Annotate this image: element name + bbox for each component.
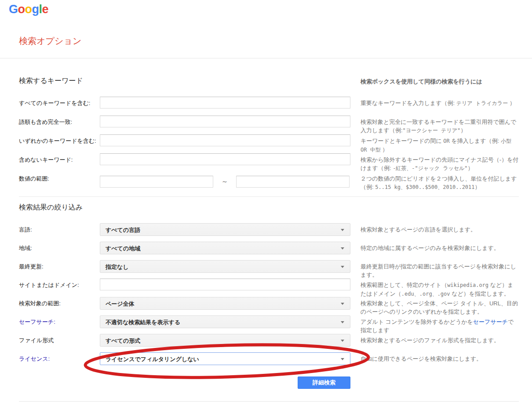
field-label-region: 地域: <box>19 242 100 260</box>
number-range-to-input[interactable] <box>236 176 350 188</box>
field-label-language: 言語: <box>19 223 100 242</box>
footer-divider <box>19 401 519 402</box>
advanced-search-button[interactable]: 詳細検索 <box>298 377 350 389</box>
section-divider <box>19 196 519 197</box>
main-content: 検索するキーワード 検索ボックスを使用して同様の検索を行うには すべてのキーワー… <box>0 76 532 402</box>
exact-phrase-input[interactable] <box>100 116 350 127</box>
safesearch-select-value: 不適切な検索結果を表示する <box>100 316 350 326</box>
none-keywords-input[interactable] <box>100 153 350 165</box>
dropdown-arrow-icon <box>341 358 344 360</box>
help-plain-text: キーワードとキーワードの間に <box>361 138 443 144</box>
help-example-text: テリア トライカラー <box>456 100 508 106</box>
google-logo: Google <box>9 3 48 16</box>
help-plain-text: を挿入します（例: <box>450 138 501 144</box>
dropdown-arrow-icon <box>341 266 344 268</box>
help-plain-text: など）を指定します。 <box>450 290 510 297</box>
dropdown-arrow-icon <box>341 247 344 250</box>
help-example-text: -紅茶、-"ジャック ラッセル" <box>393 165 467 171</box>
help-text-region: 特定の地域に属するページのみを検索対象にします。 <box>361 242 519 260</box>
help-text-all-keywords: 重要なキーワードを入力します（例: テリア トライカラー ） <box>361 97 519 116</box>
filetype-select[interactable]: すべての形式 <box>100 334 350 347</box>
form-row-none-keywords: 含めないキーワード: 検索から除外するキーワードの先頭にマイナス記号（-）を付け… <box>19 153 519 172</box>
form-row-safesearch: セーフサーチ: 不適切な検索結果を表示する アダルト コンテンツを除外するかどう… <box>19 315 519 334</box>
region-select[interactable]: すべての地域 <box>100 242 350 254</box>
filetype-select-value: すべての形式 <box>100 334 350 345</box>
field-label-none-keywords: 含めないキーワード: <box>19 153 100 172</box>
form-row-last-update: 最終更新: 指定なし 最終更新日時が指定の範囲に該当するページを検索対象にします… <box>19 260 519 279</box>
page-header: Google 検索オプション <box>0 0 532 58</box>
help-text-filetype: 検索対象とするページのファイル形式を指定します。 <box>361 334 519 352</box>
section-heading-refine: 検索結果の絞り込み <box>19 203 350 216</box>
help-plain-text: ） <box>381 146 388 153</box>
help-column-heading: 検索ボックスを使用して同様の検索を行うには <box>361 76 519 90</box>
section-heading-keywords: 検索するキーワード <box>19 76 350 90</box>
field-label-all-keywords: すべてのキーワードを含む: <box>19 97 100 116</box>
help-plain-text: 特定の地域に属するページのみを検索対象にします。 <box>361 245 499 251</box>
usage-rights-select-value: ライセンスでフィルタリングしない <box>100 353 350 363</box>
logo-letter: G <box>9 3 18 16</box>
help-text-terms-appearing: 検索対象として、ページ全体、ページ タイトル、URL、目的のページへのリンクのい… <box>361 297 519 315</box>
help-plain-text: 自由に使用できるページを検索対象にします。 <box>361 355 482 362</box>
help-plain-text: 検索範囲として、特定のサイト（ <box>361 282 447 288</box>
help-plain-text: ） <box>468 165 474 171</box>
field-label-site-domain: サイトまたはドメイン: <box>19 279 100 297</box>
help-inline-link[interactable]: セーフサーチ <box>473 319 508 325</box>
help-plain-text: ） <box>475 184 481 190</box>
help-plain-text: ） <box>508 100 515 106</box>
dropdown-arrow-icon <box>341 303 344 305</box>
terms-appearing-select[interactable]: ページ全体 <box>100 297 350 310</box>
help-plain-text: 検索対象とするページのファイル形式を指定します。 <box>361 337 499 344</box>
safesearch-select[interactable]: 不適切な検索結果を表示する <box>100 315 350 328</box>
any-keywords-input[interactable] <box>100 134 350 146</box>
keywords-rows: すべてのキーワードを含む: 重要なキーワードを入力します（例: テリア トライカ… <box>19 97 519 191</box>
logo-letter: g <box>32 3 39 16</box>
advanced-search-page: Google 検索オプション 検索するキーワード 検索ボックスを使用して同様の検… <box>0 0 532 402</box>
help-example-text: .edu、.org、.gov <box>401 291 450 297</box>
last-update-select-value: 指定なし <box>100 261 350 271</box>
logo-letter: l <box>39 3 42 16</box>
last-update-select[interactable]: 指定なし <box>100 260 350 273</box>
help-text-exact-phrase: 検索対象と完全に一致するキーワードを二重引用符で囲んで入力します（例:"ヨークシ… <box>361 116 519 134</box>
help-text-none-keywords: 検索から除外するキーワードの先頭にマイナス記号（-）を付けます（例: -紅茶、-… <box>361 153 519 172</box>
site-domain-input[interactable] <box>100 279 350 290</box>
form-row-region: 地域: すべての地域 特定の地域に属するページのみを検索対象にします。 <box>19 242 519 260</box>
form-row-all-keywords: すべてのキーワードを含む: 重要なキーワードを入力します（例: テリア トライカ… <box>19 97 519 116</box>
range-tilde-separator: ～ <box>213 177 236 186</box>
logo-letter: o <box>25 3 32 16</box>
form-row-exact-phrase: 語順も含め完全一致: 検索対象と完全に一致するキーワードを二重引用符で囲んで入力… <box>19 116 519 134</box>
help-text-last-update: 最終更新日時が指定の範囲に該当するページを検索対象にします。 <box>361 260 519 279</box>
help-text-site-domain: 検索範囲として、特定のサイト（wikipedia.org など）またはドメイン（… <box>361 279 519 297</box>
dropdown-arrow-icon <box>341 340 344 342</box>
language-select[interactable]: すべての言語 <box>100 223 350 236</box>
help-text-usage-rights: 自由に使用できるページを検索対象にします。 <box>361 352 519 371</box>
help-plain-text: ） <box>460 127 466 134</box>
field-label-terms-appearing: 検索対象の範囲: <box>19 297 100 315</box>
field-label-any-keywords: いずれかのキーワードを含む: <box>19 134 100 153</box>
logo-letter: o <box>18 3 25 16</box>
page-title: 検索オプション <box>19 35 81 47</box>
field-label-filetype: ファイル形式 <box>19 334 100 352</box>
usage-rights-select[interactable]: ライセンスでフィルタリングしない <box>100 352 350 365</box>
region-select-value: すべての地域 <box>100 242 350 253</box>
help-plain-text: アダルト コンテンツを除外するかどうかを <box>361 319 473 325</box>
help-example-text: "ヨークシャー テリア" <box>403 127 461 134</box>
all-keywords-input[interactable] <box>100 97 350 109</box>
help-text-safesearch: アダルト コンテンツを除外するかどうかをセーフサーチで指定します <box>361 315 519 334</box>
form-row-site-domain: サイトまたはドメイン: 検索範囲として、特定のサイト（wikipedia.org… <box>19 279 519 297</box>
number-range-from-input[interactable] <box>100 176 213 188</box>
usage-rights-label-link[interactable]: ライセンス: <box>19 355 50 362</box>
field-label-exact-phrase: 語順も含め完全一致: <box>19 116 100 134</box>
help-example-text: OR <box>443 138 449 144</box>
dropdown-arrow-icon <box>341 321 344 323</box>
dropdown-arrow-icon <box>341 229 344 231</box>
help-plain-text: 検索対象として、ページ全体、ページ タイトル、URL、目的のページへのリンクのい… <box>361 300 518 315</box>
terms-appearing-select-value: ページ全体 <box>100 297 350 308</box>
language-select-value: すべての言語 <box>100 224 350 234</box>
help-example-text: wikipedia.org <box>447 282 488 288</box>
form-row-usage-rights: ライセンス: ライセンスでフィルタリングしない 自由に使用できるページを検索対象… <box>19 352 519 371</box>
form-row-terms-appearing: 検索対象の範囲: ページ全体 検索対象として、ページ全体、ページ タイトル、UR… <box>19 297 519 315</box>
safesearch-label-link[interactable]: セーフサーチ: <box>19 319 55 325</box>
logo-letter: e <box>42 3 49 16</box>
help-text-language: 検索対象とするページの言語を選択します。 <box>361 223 519 242</box>
form-row-filetype: ファイル形式 すべての形式 検索対象とするページのファイル形式を指定します。 <box>19 334 519 352</box>
